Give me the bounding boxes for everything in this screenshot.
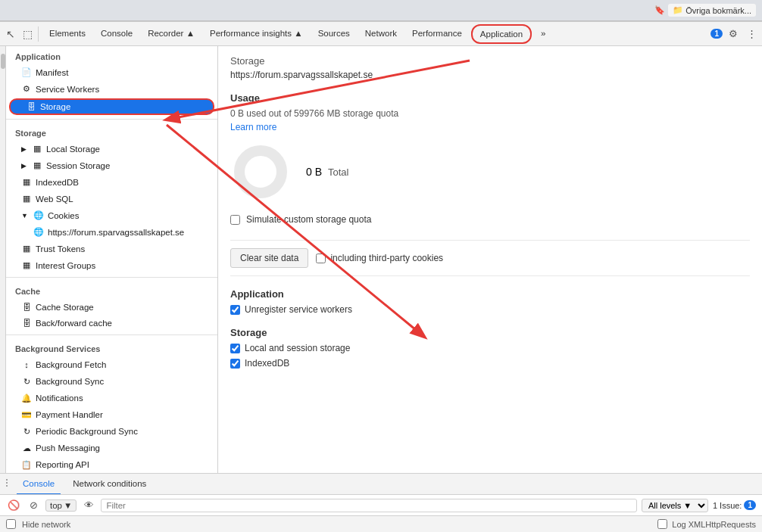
drag-handle[interactable] <box>6 479 11 490</box>
sidebar-item-bg-fetch[interactable]: ↕ Background Fetch <box>6 356 217 373</box>
sidebar-item-service-workers[interactable]: ⚙ Service Workers <box>6 81 217 98</box>
back-forward-cache-icon: 🗄 <box>21 318 32 328</box>
sidebar-item-reporting-api[interactable]: 📋 Reporting API <box>6 456 217 473</box>
tab-elements[interactable]: Elements <box>42 22 93 46</box>
tab-more[interactable]: » <box>533 22 553 46</box>
eye-icon[interactable]: 👁 <box>81 498 96 513</box>
sidebar-item-storage[interactable]: 🗄 Storage <box>9 98 214 115</box>
tab-performance-insights[interactable]: Performance insights ▲ <box>202 22 311 46</box>
sidebar-scrollbar[interactable] <box>0 46 6 473</box>
third-party-label: including third-party cookies <box>330 253 443 263</box>
filter-input[interactable] <box>101 499 637 512</box>
simulate-checkbox[interactable] <box>230 215 240 225</box>
sidebar-item-manifest[interactable]: 📄 Manifest <box>6 64 217 81</box>
console-tab-label: Console <box>23 479 55 488</box>
sidebar-item-cookies-forum[interactable]: 🌐 https://forum.sparvagssallskapet.se <box>6 224 217 241</box>
filter-toggle-button[interactable]: ⊘ <box>26 498 41 513</box>
tab-console[interactable]: Console <box>93 22 140 46</box>
top-selector[interactable]: top ▼ <box>45 499 77 512</box>
sidebar-item-local-storage[interactable]: ▶ ▦ Local Storage <box>6 141 217 157</box>
manifest-icon: 📄 <box>21 67 32 78</box>
pointer-icon[interactable]: ↖ <box>3 26 18 42</box>
cache-storage-label: Cache Storage <box>36 303 94 312</box>
payment-handler-icon: 💳 <box>21 409 32 420</box>
bg-fetch-label: Background Fetch <box>36 360 106 369</box>
log-xml-label: Log XMLHttpRequests <box>672 520 756 529</box>
browser-top-bar: 🔖 📁 Övriga bokmärk... <box>0 0 762 21</box>
cookies-icon: 🌐 <box>33 210 44 221</box>
simulate-row: Simulate custom storage quota <box>230 214 750 225</box>
nav-icons: ↖ ⬚ <box>3 26 39 42</box>
sidebar-item-payment-handler[interactable]: 💳 Payment Handler <box>6 406 217 423</box>
sidebar-item-back-forward-cache[interactable]: 🗄 Back/forward cache <box>6 315 217 331</box>
hide-network-checkbox[interactable] <box>6 519 16 529</box>
sidebar-item-cache-storage[interactable]: 🗄 Cache Storage <box>6 299 217 316</box>
sidebar-item-notifications[interactable]: 🔔 Notifications <box>6 390 217 406</box>
websql-label: Web SQL <box>36 194 73 204</box>
local-storage-icon: ▦ <box>32 144 42 154</box>
tab-network[interactable]: Network <box>358 22 404 46</box>
session-storage-icon: ▦ <box>32 160 42 171</box>
expand-arrow: ▶ <box>21 162 27 170</box>
unregister-label: Unregister service workers <box>245 304 352 315</box>
console-bar: Console Network conditions <box>0 473 762 494</box>
usage-label: Usage <box>230 92 750 104</box>
sidebar-item-cookies[interactable]: ▼ 🌐 Cookies <box>6 207 217 224</box>
storage-donut-chart <box>230 142 291 202</box>
sidebar-item-interest-groups[interactable]: ▦ Interest Groups <box>6 257 217 274</box>
indexed-db-row: IndexedDB <box>230 358 750 369</box>
more-icon[interactable]: ⋮ <box>744 26 759 42</box>
clear-site-data-button[interactable]: Clear site data <box>230 248 308 268</box>
local-session-row: Local and session storage <box>230 343 750 353</box>
indexed-db-label: IndexedDB <box>245 358 289 369</box>
notification-badge: 1 <box>710 29 723 39</box>
bookmarks-area: 🔖 📁 Övriga bokmärk... <box>654 4 756 17</box>
sidebar-item-websql[interactable]: ▦ Web SQL <box>6 191 217 207</box>
sidebar-divider-2 <box>6 277 217 278</box>
content-title: Storage <box>230 55 750 67</box>
periodic-bg-sync-label: Periodic Background Sync <box>36 427 138 436</box>
inspect-icon[interactable]: ⬚ <box>20 26 35 42</box>
bg-fetch-icon: ↕ <box>21 359 32 370</box>
sidebar-item-session-storage[interactable]: ▶ ▦ Session Storage <box>6 157 217 174</box>
sidebar-item-push-messaging[interactable]: ☁ Push Messaging <box>6 440 217 456</box>
local-session-checkbox[interactable] <box>230 344 240 353</box>
expand-arrow: ▶ <box>21 145 27 153</box>
learn-more-link[interactable]: Learn more <box>230 122 750 132</box>
console-tab-network-conditions[interactable]: Network conditions <box>67 474 152 495</box>
tab-sources[interactable]: Sources <box>311 22 358 46</box>
console-tab-console[interactable]: Console <box>17 474 61 495</box>
sidebar-item-bg-sync[interactable]: ↻ Background Sync <box>6 373 217 390</box>
indexed-db-checkbox[interactable] <box>230 359 240 369</box>
chart-total-label: Total <box>328 166 348 178</box>
bg-sync-icon: ↻ <box>21 376 32 387</box>
sidebar-item-periodic-bg-sync[interactable]: ↻ Periodic Background Sync <box>6 423 217 440</box>
unregister-checkbox[interactable] <box>230 305 240 315</box>
notifications-icon: 🔔 <box>21 393 32 403</box>
tab-performance[interactable]: Performance <box>404 22 470 46</box>
indexeddb-label: IndexedDB <box>36 178 79 187</box>
bottom-row: Hide network Log XMLHttpRequests <box>0 515 762 532</box>
sidebar-storage-label: Storage <box>40 102 70 111</box>
chart-value: 0 B <box>306 166 322 178</box>
main-content: Storage https://forum.sparvagssallskapet… <box>218 46 762 473</box>
bookmark-folder[interactable]: 📁 Övriga bokmärk... <box>668 4 756 17</box>
sidebar-item-indexeddb[interactable]: ▦ IndexedDB <box>6 174 217 191</box>
sidebar-section-storage: Storage <box>6 123 217 141</box>
clear-console-button[interactable]: 🚫 <box>6 498 21 513</box>
tab-recorder[interactable]: Recorder ▲ <box>140 22 202 46</box>
log-xml-checkbox[interactable] <box>657 519 667 529</box>
third-party-checkbox[interactable] <box>316 254 326 263</box>
chart-legend: 0 B Total <box>306 166 348 178</box>
tab-application[interactable]: Application <box>471 24 532 44</box>
top-dropdown-arrow: ▼ <box>64 501 72 510</box>
sidebar: Application 📄 Manifest ⚙ Service Workers… <box>6 46 218 473</box>
notifications-label: Notifications <box>36 394 83 403</box>
settings-icon[interactable]: ⚙ <box>726 26 741 42</box>
bookmark-icon: 🔖 <box>654 5 665 15</box>
sidebar-item-trust-tokens[interactable]: ▦ Trust Tokens <box>6 241 217 257</box>
all-levels-select[interactable]: All levels ▼ <box>642 499 708 512</box>
session-storage-label: Session Storage <box>46 161 110 170</box>
interest-groups-icon: ▦ <box>21 260 32 271</box>
push-messaging-label: Push Messaging <box>36 443 100 453</box>
